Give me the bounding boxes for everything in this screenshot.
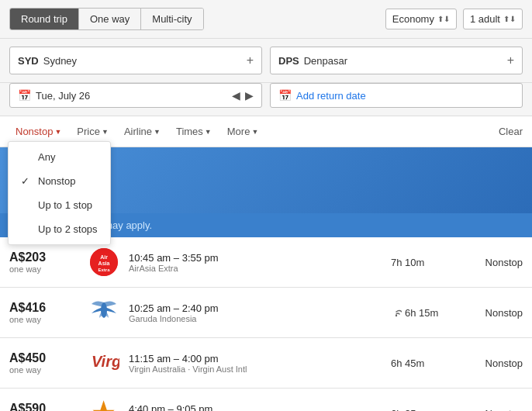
bag-notice-text: may apply.: [104, 219, 152, 231]
flight-duration: 6h 45m: [391, 357, 424, 369]
jetstar-icon: [88, 397, 119, 411]
any-check-icon: [21, 151, 32, 163]
one-way-btn[interactable]: One way: [79, 9, 141, 29]
results-list: A$203 one way Air Asia Extra 10:45 am – …: [0, 237, 532, 411]
add-return-label: Add return date: [296, 90, 366, 102]
top-bar: Round trip One way Multi-city Economy ⬆⬇…: [0, 0, 532, 39]
dest-plus-icon[interactable]: +: [507, 54, 514, 67]
flight-times: 10:25 am – 2:40 pm: [129, 302, 383, 314]
wifi-icon: [391, 306, 402, 319]
flight-price: A$203: [9, 250, 79, 264]
trip-type-group: Round trip One way Multi-city: [9, 8, 204, 30]
airline-logo: Air Asia Extra: [87, 248, 121, 276]
svg-marker-7: [93, 400, 115, 411]
flight-duration: 7h 10m: [391, 257, 424, 268]
duration-col: 6h 15m: [391, 306, 453, 319]
airline-logo: Virgin: [87, 349, 121, 377]
duration-col: 6h 45m: [391, 357, 453, 369]
airline-logo: [87, 299, 121, 326]
price-chevron-icon: ▼: [102, 128, 109, 136]
airline-name: AirAsia Extra: [129, 264, 383, 273]
dest-name: Denpasar: [304, 55, 347, 67]
airline-name: Virgin Australia · Virgin Aust Intl: [129, 364, 383, 374]
more-filter-btn[interactable]: More ▼: [221, 123, 265, 140]
calendar-icon: 📅: [18, 89, 31, 102]
1stop-check-icon: [21, 199, 32, 211]
price-col: A$416 one way: [9, 301, 79, 324]
flight-times: 4:40 pm – 9:05 pm: [129, 403, 383, 412]
times-chevron-icon: ▼: [205, 128, 212, 136]
dest-code: DPS: [278, 55, 299, 67]
cabin-arrow-icon: ⬆⬇: [437, 15, 450, 23]
svg-text:Asia: Asia: [98, 261, 110, 266]
airline-name: Garuda Indonesia: [129, 314, 383, 323]
nonstop-check-icon: ✓: [21, 175, 32, 187]
search-fields: SYD Sydney + DPS Denpasar +: [0, 39, 532, 83]
times-filter-label: Times: [176, 126, 203, 137]
svg-text:Virgin: Virgin: [92, 353, 119, 370]
stops-2stops-label: Up to 2 stops: [38, 223, 98, 235]
garuda-icon: [88, 296, 119, 329]
stops-col: Nonstop: [461, 408, 523, 412]
duration-col: 6h 25m: [391, 408, 453, 412]
flight-type: one way: [9, 365, 79, 375]
airline-chevron-icon: ▼: [154, 128, 161, 136]
table-row[interactable]: A$416 one way 10:25 am – 2:40 pm Garuda …: [0, 288, 532, 338]
date-next-icon[interactable]: ▶: [245, 89, 254, 102]
virgin-icon: Virgin: [88, 348, 119, 378]
origin-plus-icon[interactable]: +: [247, 54, 254, 67]
flight-type: one way: [9, 264, 79, 274]
price-filter-label: Price: [77, 126, 100, 137]
round-trip-btn[interactable]: Round trip: [10, 9, 79, 29]
clear-filter-btn[interactable]: Clear: [499, 126, 523, 137]
table-row[interactable]: A$590 one way 4:40 pm – 9:05 pm Jetstar …: [0, 389, 532, 411]
origin-name: Sydney: [43, 55, 77, 67]
price-col: A$590 one way: [9, 402, 79, 411]
table-row[interactable]: A$450 one way Virgin 11:15 am – 4:00 pm …: [0, 338, 532, 389]
passengers-select[interactable]: 1 adult ⬆⬇: [463, 9, 523, 29]
return-date-field[interactable]: 📅 Add return date: [270, 83, 523, 108]
departure-date-field[interactable]: 📅 Tue, July 26 ◀ ▶: [9, 83, 262, 108]
cabin-label: Economy: [392, 13, 434, 25]
airline-filter-label: Airline: [124, 126, 152, 137]
stops-1stop-item[interactable]: Up to 1 stop: [9, 193, 110, 217]
times-filter-btn[interactable]: Times ▼: [170, 123, 218, 140]
airline-filter-btn[interactable]: Airline ▼: [118, 123, 167, 140]
dest-field[interactable]: DPS Denpasar +: [270, 47, 523, 74]
times-col: 11:15 am – 4:00 pm Virgin Australia · Vi…: [129, 353, 383, 374]
date-prev-icon[interactable]: ◀: [232, 89, 240, 102]
2stops-check-icon: [21, 223, 32, 235]
stops-any-item[interactable]: Any: [9, 145, 110, 169]
cabin-select[interactable]: Economy ⬆⬇: [385, 9, 457, 29]
select-group: Economy ⬆⬇ 1 adult ⬆⬇: [385, 9, 523, 29]
stops-nonstop-label: Nonstop: [38, 175, 75, 187]
airline-logo: [87, 399, 121, 411]
svg-text:Air: Air: [100, 254, 108, 260]
duration-col: 7h 10m: [391, 257, 453, 268]
passengers-arrow-icon: ⬆⬇: [503, 15, 516, 23]
stops-nonstop-item[interactable]: ✓ Nonstop: [9, 169, 110, 193]
stops-2stops-item[interactable]: Up to 2 stops: [9, 217, 110, 241]
flight-type: one way: [9, 315, 79, 324]
flight-times: 11:15 am – 4:00 pm: [129, 353, 383, 364]
stops-any-label: Any: [38, 151, 55, 163]
date-nav: ◀ ▶: [232, 89, 254, 102]
svg-point-5: [396, 314, 397, 316]
date-row: 📅 Tue, July 26 ◀ ▶ 📅 Add return date: [0, 83, 532, 116]
times-col: 10:45 am – 3:55 pm AirAsia Extra: [129, 252, 383, 273]
flight-price: A$590: [9, 402, 79, 411]
times-col: 10:25 am – 2:40 pm Garuda Indonesia: [129, 302, 383, 323]
more-chevron-icon: ▼: [251, 128, 258, 136]
times-col: 4:40 pm – 9:05 pm Jetstar: [129, 403, 383, 412]
price-filter-btn[interactable]: Price ▼: [71, 123, 115, 140]
multi-city-btn[interactable]: Multi-city: [141, 9, 202, 29]
stops-chevron-icon: ▼: [54, 128, 61, 136]
price-col: A$450 one way: [9, 351, 79, 375]
stops-1stop-label: Up to 1 stop: [38, 199, 92, 211]
flight-price: A$450: [9, 351, 79, 365]
return-calendar-icon: 📅: [278, 89, 292, 102]
stops-filter-btn[interactable]: Nonstop ▼: [9, 123, 67, 140]
stops-col: Nonstop: [461, 257, 523, 268]
passengers-label: 1 adult: [470, 13, 500, 25]
origin-field[interactable]: SYD Sydney +: [9, 47, 262, 74]
